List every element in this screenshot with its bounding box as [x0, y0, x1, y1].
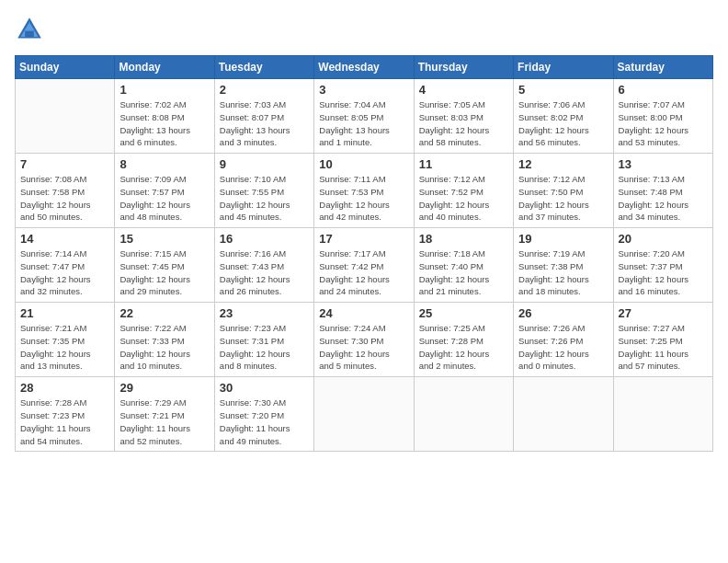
calendar-header-saturday: Saturday [613, 56, 712, 79]
calendar-cell [314, 377, 414, 452]
day-number: 17 [319, 232, 408, 246]
day-number: 9 [220, 157, 309, 171]
calendar-cell: 11Sunrise: 7:12 AM Sunset: 7:52 PM Dayli… [414, 154, 513, 228]
calendar-header-monday: Monday [115, 56, 214, 79]
day-number: 27 [619, 306, 708, 320]
day-info: Sunrise: 7:15 AM Sunset: 7:45 PM Dayligh… [119, 247, 209, 298]
calendar-cell: 8Sunrise: 7:09 AM Sunset: 7:57 PM Daylig… [115, 154, 214, 228]
calendar-cell: 21Sunrise: 7:21 AM Sunset: 7:35 PM Dayli… [16, 303, 115, 377]
calendar-cell: 18Sunrise: 7:18 AM Sunset: 7:40 PM Dayli… [414, 228, 513, 303]
calendar-cell: 27Sunrise: 7:27 AM Sunset: 7:25 PM Dayli… [613, 303, 712, 377]
day-number: 24 [319, 306, 408, 320]
day-info: Sunrise: 7:23 AM Sunset: 7:31 PM Dayligh… [220, 322, 309, 373]
calendar-header-tuesday: Tuesday [214, 56, 313, 79]
day-info: Sunrise: 7:20 AM Sunset: 7:37 PM Dayligh… [619, 247, 708, 298]
calendar-cell: 30Sunrise: 7:30 AM Sunset: 7:20 PM Dayli… [214, 377, 313, 452]
week-row-5: 28Sunrise: 7:28 AM Sunset: 7:23 PM Dayli… [16, 377, 713, 452]
day-info: Sunrise: 7:06 AM Sunset: 8:02 PM Dayligh… [518, 98, 608, 149]
day-info: Sunrise: 7:14 AM Sunset: 7:47 PM Dayligh… [20, 247, 109, 298]
day-number: 8 [119, 157, 209, 171]
day-number: 7 [20, 157, 109, 171]
calendar-header-thursday: Thursday [414, 56, 513, 79]
logo-icon [15, 15, 44, 44]
day-number: 5 [518, 83, 608, 97]
calendar-cell: 22Sunrise: 7:22 AM Sunset: 7:33 PM Dayli… [115, 303, 214, 377]
calendar-cell: 3Sunrise: 7:04 AM Sunset: 8:05 PM Daylig… [314, 79, 414, 154]
day-number: 11 [419, 157, 508, 171]
calendar-cell [414, 377, 513, 452]
day-number: 29 [119, 381, 209, 395]
calendar-cell [16, 79, 115, 154]
day-info: Sunrise: 7:26 AM Sunset: 7:26 PM Dayligh… [518, 322, 608, 373]
calendar-cell: 16Sunrise: 7:16 AM Sunset: 7:43 PM Dayli… [214, 228, 313, 303]
day-info: Sunrise: 7:19 AM Sunset: 7:38 PM Dayligh… [518, 247, 608, 298]
header [15, 15, 713, 44]
week-row-3: 14Sunrise: 7:14 AM Sunset: 7:47 PM Dayli… [16, 228, 713, 303]
calendar-cell: 25Sunrise: 7:25 AM Sunset: 7:28 PM Dayli… [414, 303, 513, 377]
day-number: 12 [518, 157, 608, 171]
day-info: Sunrise: 7:12 AM Sunset: 7:50 PM Dayligh… [518, 173, 608, 224]
day-info: Sunrise: 7:13 AM Sunset: 7:48 PM Dayligh… [619, 173, 708, 224]
day-number: 22 [119, 306, 209, 320]
day-info: Sunrise: 7:03 AM Sunset: 8:07 PM Dayligh… [220, 98, 309, 149]
day-info: Sunrise: 7:27 AM Sunset: 7:25 PM Dayligh… [619, 322, 708, 373]
day-info: Sunrise: 7:05 AM Sunset: 8:03 PM Dayligh… [419, 98, 508, 149]
week-row-4: 21Sunrise: 7:21 AM Sunset: 7:35 PM Dayli… [16, 303, 713, 377]
calendar-cell: 2Sunrise: 7:03 AM Sunset: 8:07 PM Daylig… [214, 79, 313, 154]
day-info: Sunrise: 7:02 AM Sunset: 8:08 PM Dayligh… [119, 98, 209, 149]
calendar-cell: 4Sunrise: 7:05 AM Sunset: 8:03 PM Daylig… [414, 79, 513, 154]
day-number: 25 [419, 306, 508, 320]
day-info: Sunrise: 7:07 AM Sunset: 8:00 PM Dayligh… [619, 98, 708, 149]
day-number: 28 [20, 381, 109, 395]
calendar-cell: 23Sunrise: 7:23 AM Sunset: 7:31 PM Dayli… [214, 303, 313, 377]
page: SundayMondayTuesdayWednesdayThursdayFrid… [0, 0, 728, 563]
day-number: 26 [518, 306, 608, 320]
day-info: Sunrise: 7:04 AM Sunset: 8:05 PM Dayligh… [319, 98, 408, 149]
day-info: Sunrise: 7:24 AM Sunset: 7:30 PM Dayligh… [319, 322, 408, 373]
day-number: 3 [319, 83, 408, 97]
day-number: 10 [319, 157, 408, 171]
day-info: Sunrise: 7:17 AM Sunset: 7:42 PM Dayligh… [319, 247, 408, 298]
calendar-cell: 6Sunrise: 7:07 AM Sunset: 8:00 PM Daylig… [613, 79, 712, 154]
day-info: Sunrise: 7:12 AM Sunset: 7:52 PM Dayligh… [419, 173, 508, 224]
day-info: Sunrise: 7:16 AM Sunset: 7:43 PM Dayligh… [220, 247, 309, 298]
calendar-cell: 29Sunrise: 7:29 AM Sunset: 7:21 PM Dayli… [115, 377, 214, 452]
day-info: Sunrise: 7:29 AM Sunset: 7:21 PM Dayligh… [119, 396, 209, 447]
calendar-cell: 24Sunrise: 7:24 AM Sunset: 7:30 PM Dayli… [314, 303, 414, 377]
day-number: 14 [20, 232, 109, 246]
day-info: Sunrise: 7:11 AM Sunset: 7:53 PM Dayligh… [319, 173, 408, 224]
calendar-cell: 19Sunrise: 7:19 AM Sunset: 7:38 PM Dayli… [514, 228, 613, 303]
calendar-cell: 12Sunrise: 7:12 AM Sunset: 7:50 PM Dayli… [514, 154, 613, 228]
day-info: Sunrise: 7:25 AM Sunset: 7:28 PM Dayligh… [419, 322, 508, 373]
calendar-cell [514, 377, 613, 452]
svg-rect-2 [25, 31, 34, 37]
week-row-2: 7Sunrise: 7:08 AM Sunset: 7:58 PM Daylig… [16, 154, 713, 228]
calendar-header-row: SundayMondayTuesdayWednesdayThursdayFrid… [16, 56, 713, 79]
day-info: Sunrise: 7:22 AM Sunset: 7:33 PM Dayligh… [119, 322, 209, 373]
day-number: 19 [518, 232, 608, 246]
logo [15, 15, 48, 44]
calendar: SundayMondayTuesdayWednesdayThursdayFrid… [15, 55, 713, 452]
calendar-cell: 1Sunrise: 7:02 AM Sunset: 8:08 PM Daylig… [115, 79, 214, 154]
day-number: 21 [20, 306, 109, 320]
day-number: 2 [220, 83, 309, 97]
day-number: 23 [220, 306, 309, 320]
calendar-cell: 9Sunrise: 7:10 AM Sunset: 7:55 PM Daylig… [214, 154, 313, 228]
calendar-cell: 5Sunrise: 7:06 AM Sunset: 8:02 PM Daylig… [514, 79, 613, 154]
day-number: 15 [119, 232, 209, 246]
day-number: 16 [220, 232, 309, 246]
calendar-cell [613, 377, 712, 452]
day-info: Sunrise: 7:28 AM Sunset: 7:23 PM Dayligh… [20, 396, 109, 447]
day-info: Sunrise: 7:09 AM Sunset: 7:57 PM Dayligh… [119, 173, 209, 224]
day-number: 4 [419, 83, 508, 97]
day-info: Sunrise: 7:10 AM Sunset: 7:55 PM Dayligh… [220, 173, 309, 224]
calendar-cell: 28Sunrise: 7:28 AM Sunset: 7:23 PM Dayli… [16, 377, 115, 452]
calendar-cell: 20Sunrise: 7:20 AM Sunset: 7:37 PM Dayli… [613, 228, 712, 303]
day-number: 20 [619, 232, 708, 246]
day-number: 6 [619, 83, 708, 97]
calendar-header-friday: Friday [514, 56, 613, 79]
day-info: Sunrise: 7:21 AM Sunset: 7:35 PM Dayligh… [20, 322, 109, 373]
day-number: 30 [220, 381, 309, 395]
calendar-cell: 26Sunrise: 7:26 AM Sunset: 7:26 PM Dayli… [514, 303, 613, 377]
calendar-header-sunday: Sunday [16, 56, 115, 79]
